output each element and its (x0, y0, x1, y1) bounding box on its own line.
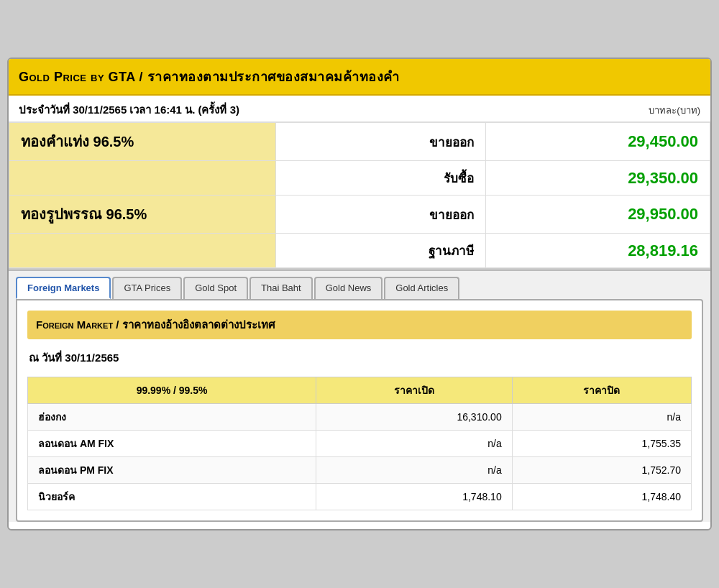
fm-price-close: 1,755.35 (512, 431, 691, 457)
date-row: ประจำวันที่ 30/11/2565 เวลา 16:41 น. (คร… (9, 96, 710, 122)
fm-price-open: 16,310.00 (316, 404, 513, 431)
fm-price-close: n/a (512, 404, 691, 431)
fm-market-name: นิวยอร์ค (28, 484, 316, 510)
price-cell: 28,819.16 (486, 234, 710, 268)
fm-market-name: ลอนดอน PM FIX (28, 457, 316, 484)
top-section: Gold Price by GTA / ราคาทองตามประกาศของส… (9, 59, 710, 270)
action-cell: ขายออก (275, 123, 486, 161)
gold-type-cell (9, 161, 276, 196)
time-value: 16:41 (155, 104, 182, 116)
title-bar: Gold Price by GTA / ราคาทองตามประกาศของส… (9, 59, 710, 96)
fm-market-name: ลอนดอน AM FIX (28, 431, 316, 457)
tab-thai-baht[interactable]: Thai Baht (249, 277, 313, 299)
tab-gold-articles[interactable]: Gold Articles (384, 277, 459, 299)
unit-suffix: น. (ครั้งที่ 3) (185, 104, 239, 116)
action-cell: ฐานภาษี (275, 234, 486, 268)
date-label: ประจำวันที่ (19, 104, 70, 116)
price-cell: 29,450.00 (486, 123, 710, 161)
fm-table: 99.99% / 99.5% ราคาเปิด ราคาปิด ฮ่องกง16… (27, 377, 692, 510)
gold-type-cell (9, 234, 276, 268)
tabs-section: Foreign MarketsGTA PricesGold SpotThai B… (9, 270, 710, 522)
fm-market-name: ฮ่องกง (28, 404, 316, 431)
th-close: ราคาปิด (512, 377, 691, 404)
tab-gold-news[interactable]: Gold News (314, 277, 383, 299)
tab-foreign-markets[interactable]: Foreign Markets (16, 277, 111, 299)
tab-gta-prices[interactable]: GTA Prices (112, 277, 182, 299)
fm-price-open: n/a (316, 457, 513, 484)
app-title: Gold Price by GTA / ราคาทองตามประกาศของส… (19, 70, 400, 84)
fm-price-open: n/a (316, 431, 513, 457)
fm-price-close: 1,748.40 (512, 484, 691, 510)
fm-title: Foreign Market / ราคาทองอ้างอิงตลาดต่างป… (27, 311, 692, 339)
fm-table-row: นิวยอร์ค1,748.101,748.40 (28, 484, 692, 510)
th-open: ราคาเปิด (316, 377, 513, 404)
fm-table-row: ลอนดอน AM FIXn/a1,755.35 (28, 431, 692, 457)
fm-price-close: 1,752.70 (512, 457, 691, 484)
unit-label: บาทละ(บาท) (649, 103, 700, 118)
gold-type-cell: ทองคำแท่ง 96.5% (9, 123, 276, 161)
fm-price-open: 1,748.10 (316, 484, 513, 510)
date-text: ประจำวันที่ 30/11/2565 เวลา 16:41 น. (คร… (19, 101, 239, 119)
fm-table-row: ลอนดอน PM FIXn/a1,752.70 (28, 457, 692, 484)
main-container: Gold Price by GTA / ราคาทองตามประกาศของส… (7, 58, 712, 530)
th-purity: 99.99% / 99.5% (28, 377, 316, 404)
time-label: เวลา (129, 104, 151, 116)
price-table: ทองคำแท่ง 96.5%ขายออก29,450.00รับซื้อ29,… (9, 122, 710, 268)
action-cell: ขายออก (275, 196, 486, 234)
tab-content: Foreign Market / ราคาทองอ้างอิงตลาดต่างป… (16, 299, 703, 522)
price-cell: 29,950.00 (486, 196, 710, 234)
gold-type-cell: ทองรูปพรรณ 96.5% (9, 196, 276, 234)
tabs-bar: Foreign MarketsGTA PricesGold SpotThai B… (9, 271, 710, 299)
fm-date: ณ วันที่ 30/11/2565 (27, 346, 692, 369)
tab-gold-spot[interactable]: Gold Spot (183, 277, 248, 299)
price-cell: 29,350.00 (486, 161, 710, 196)
date-value: 30/11/2565 (73, 104, 127, 116)
action-cell: รับซื้อ (275, 161, 486, 196)
fm-table-row: ฮ่องกง16,310.00n/a (28, 404, 692, 431)
